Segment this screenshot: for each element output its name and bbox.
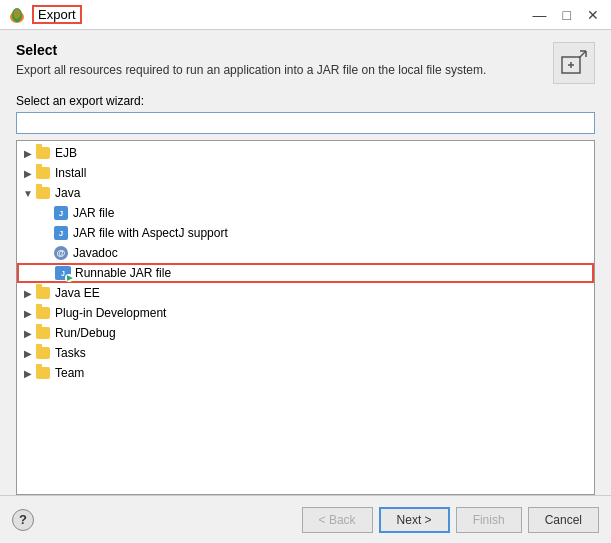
jar-icon: J — [53, 205, 69, 221]
tree-item-runnable-jar[interactable]: JRunnable JAR file — [17, 263, 594, 283]
tree-label-jar-aspectj: JAR file with AspectJ support — [73, 226, 228, 240]
tree-label-tasks: Tasks — [55, 346, 86, 360]
tree-item-install[interactable]: ▶Install — [17, 163, 594, 183]
tree-item-javadoc[interactable]: @Javadoc — [17, 243, 594, 263]
finish-button[interactable]: Finish — [456, 507, 522, 533]
tree-container: ▶EJB▶Install▼JavaJJAR fileJJAR file with… — [16, 140, 595, 495]
folder-icon — [35, 285, 51, 301]
at-icon: @ — [53, 245, 69, 261]
toggle-java-ee[interactable]: ▶ — [21, 286, 35, 300]
tree-label-runnable-jar: Runnable JAR file — [75, 266, 171, 280]
tree-item-jar-aspectj[interactable]: JJAR file with AspectJ support — [17, 223, 594, 243]
window-title: Export — [32, 5, 82, 24]
bottom-bar: ? < Back Next > Finish Cancel — [0, 495, 611, 543]
folder-icon — [35, 365, 51, 381]
header-section: Select Export all resources required to … — [16, 42, 595, 84]
close-button[interactable]: ✕ — [583, 8, 603, 22]
toggle-team[interactable]: ▶ — [21, 366, 35, 380]
tree-label-install: Install — [55, 166, 86, 180]
toggle-run-debug[interactable]: ▶ — [21, 326, 35, 340]
folder-icon — [35, 165, 51, 181]
folder-icon — [35, 325, 51, 341]
minimize-button[interactable]: — — [529, 8, 551, 22]
svg-line-6 — [579, 51, 586, 58]
page-title: Select — [16, 42, 543, 58]
tree-item-tasks[interactable]: ▶Tasks — [17, 343, 594, 363]
toggle-plugin-dev[interactable]: ▶ — [21, 306, 35, 320]
toggle-tasks[interactable]: ▶ — [21, 346, 35, 360]
tree-label-java: Java — [55, 186, 80, 200]
tree-item-ejb[interactable]: ▶EJB — [17, 143, 594, 163]
toggle-jar-file — [39, 206, 53, 220]
export-icon-box — [553, 42, 595, 84]
bottom-left: ? — [12, 509, 34, 531]
toggle-ejb[interactable]: ▶ — [21, 146, 35, 160]
page-description: Export all resources required to run an … — [16, 62, 543, 79]
jar-icon: J — [53, 225, 69, 241]
svg-point-2 — [14, 9, 21, 19]
tree-label-ejb: EJB — [55, 146, 77, 160]
tree-item-java-ee[interactable]: ▶Java EE — [17, 283, 594, 303]
search-input[interactable] — [16, 112, 595, 134]
titlebar: Export — □ ✕ — [0, 0, 611, 30]
help-button[interactable]: ? — [12, 509, 34, 531]
folder-icon — [35, 185, 51, 201]
back-button[interactable]: < Back — [302, 507, 373, 533]
toggle-runnable-jar — [41, 266, 55, 280]
main-content: Select Export all resources required to … — [0, 30, 611, 495]
toggle-jar-aspectj — [39, 226, 53, 240]
export-graphic-icon — [560, 49, 588, 77]
tree-label-plugin-dev: Plug-in Development — [55, 306, 166, 320]
toggle-javadoc — [39, 246, 53, 260]
maximize-button[interactable]: □ — [559, 8, 575, 22]
next-button[interactable]: Next > — [379, 507, 450, 533]
folder-icon — [35, 305, 51, 321]
tree-item-team[interactable]: ▶Team — [17, 363, 594, 383]
tree-label-team: Team — [55, 366, 84, 380]
tree-item-java[interactable]: ▼Java — [17, 183, 594, 203]
toggle-java[interactable]: ▼ — [21, 186, 35, 200]
titlebar-left: Export — [8, 5, 82, 24]
bottom-right: < Back Next > Finish Cancel — [302, 507, 599, 533]
tree-item-jar-file[interactable]: JJAR file — [17, 203, 594, 223]
tree-label-jar-file: JAR file — [73, 206, 114, 220]
tree-label-run-debug: Run/Debug — [55, 326, 116, 340]
cancel-button[interactable]: Cancel — [528, 507, 599, 533]
tree-item-run-debug[interactable]: ▶Run/Debug — [17, 323, 594, 343]
folder-icon — [35, 345, 51, 361]
eclipse-icon — [8, 6, 26, 24]
search-label: Select an export wizard: — [16, 94, 595, 108]
toggle-install[interactable]: ▶ — [21, 166, 35, 180]
tree-label-java-ee: Java EE — [55, 286, 100, 300]
titlebar-controls: — □ ✕ — [529, 8, 603, 22]
tree-scroll[interactable]: ▶EJB▶Install▼JavaJJAR fileJJAR file with… — [17, 141, 594, 494]
header-text: Select Export all resources required to … — [16, 42, 543, 79]
tree-item-plugin-dev[interactable]: ▶Plug-in Development — [17, 303, 594, 323]
folder-icon — [35, 145, 51, 161]
tree-label-javadoc: Javadoc — [73, 246, 118, 260]
runjar-icon: J — [55, 265, 71, 281]
